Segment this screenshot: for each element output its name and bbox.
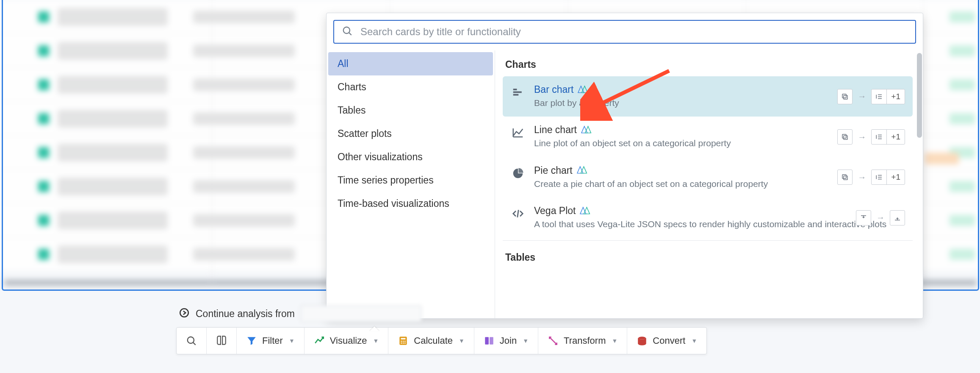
arrow-icon: → <box>858 92 866 101</box>
overlap-icon <box>580 206 591 217</box>
svg-rect-13 <box>844 136 847 139</box>
toolbar-transform-button[interactable]: Transform ▼ <box>538 328 627 354</box>
svg-point-31 <box>180 309 188 317</box>
results-list[interactable]: Charts Bar chart Bar plot by a property <box>495 50 923 318</box>
continue-target-chip[interactable] <box>301 305 422 322</box>
svg-rect-20 <box>842 175 846 178</box>
expand-button[interactable] <box>890 210 905 225</box>
toolbar-calculate-button[interactable]: Calculate ▼ <box>388 328 474 354</box>
overlap-icon <box>578 84 589 95</box>
svg-point-41 <box>404 342 406 344</box>
card-title: Bar chart <box>534 84 573 95</box>
svg-point-46 <box>639 337 646 340</box>
svg-line-33 <box>193 342 195 345</box>
line-chart-icon <box>511 126 525 139</box>
sidebar-item-scatter[interactable]: Scatter plots <box>328 122 493 145</box>
results-scrollbar[interactable] <box>917 53 922 138</box>
svg-rect-19 <box>844 176 847 180</box>
svg-rect-14 <box>842 134 846 138</box>
section-title-tables: Tables <box>503 243 913 269</box>
toolbar-convert-button[interactable]: Convert ▼ <box>627 328 706 354</box>
toolbar-search-button[interactable] <box>177 328 207 354</box>
chevron-down-icon: ▼ <box>691 337 697 344</box>
card-line-chart[interactable]: Line chart Line plot of an object set on… <box>503 117 913 157</box>
card-vega-plot[interactable]: Vega Plot A tool that uses Vega-Lite JSO… <box>503 198 913 238</box>
plus-count: +1 <box>887 92 905 101</box>
duplicate-button[interactable] <box>837 89 853 104</box>
card-desc: A tool that uses Vega-Lite JSON specs to… <box>534 218 904 230</box>
search-icon <box>342 25 353 38</box>
sidebar-item-all[interactable]: All <box>328 52 493 75</box>
collapse-button[interactable] <box>856 210 871 225</box>
sidebar-item-timeseries[interactable]: Time series properties <box>328 169 493 192</box>
toolbar-visualize-button[interactable]: Visualize ▼ <box>305 328 389 354</box>
toolbar-calculate-label: Calculate <box>414 335 453 346</box>
pie-chart-icon <box>511 167 525 180</box>
continue-label: Continue analysis from <box>196 308 295 320</box>
svg-rect-42 <box>485 337 489 344</box>
continue-analysis-row: Continue analysis from <box>176 305 707 322</box>
search-box[interactable] <box>333 20 916 44</box>
svg-point-0 <box>343 27 350 33</box>
card-picker-popup: All Charts Tables Scatter plots Other vi… <box>326 13 923 319</box>
arrow-icon: → <box>858 173 866 182</box>
svg-line-1 <box>349 33 351 35</box>
svg-point-37 <box>403 341 404 342</box>
plus-count: +1 <box>887 132 905 142</box>
analysis-toolbar: Filter ▼ Visualize ▼ Calculate ▼ Join ▼ … <box>176 327 707 354</box>
card-pie-chart[interactable]: Pie chart Create a pie chart of an objec… <box>503 157 913 198</box>
toolbar-filter-button[interactable]: Filter ▼ <box>237 328 305 354</box>
expand-button[interactable]: +1 <box>871 89 905 104</box>
expand-button[interactable]: +1 <box>871 170 905 185</box>
category-sidebar: All Charts Tables Scatter plots Other vi… <box>327 50 495 318</box>
svg-point-40 <box>403 342 404 344</box>
toolbar-library-button[interactable] <box>207 328 237 354</box>
arrow-icon: → <box>858 132 866 142</box>
svg-rect-4 <box>513 89 517 90</box>
svg-rect-35 <box>401 338 406 340</box>
toolbar-join-label: Join <box>500 335 517 346</box>
svg-point-39 <box>401 342 402 344</box>
overlap-icon <box>581 125 592 136</box>
chevron-down-icon: ▼ <box>289 337 295 344</box>
card-bar-chart[interactable]: Bar chart Bar plot by a property → +1 <box>503 76 913 117</box>
card-title: Pie chart <box>534 165 573 176</box>
chevron-down-icon: ▼ <box>373 337 379 344</box>
toolbar-caret <box>369 326 379 331</box>
svg-rect-6 <box>842 94 846 98</box>
svg-point-36 <box>401 341 402 342</box>
overlap-icon <box>577 165 588 176</box>
toolbar-transform-label: Transform <box>564 335 606 346</box>
arrow-icon: → <box>876 213 885 223</box>
card-title: Vega Plot <box>534 205 576 217</box>
sidebar-item-other[interactable]: Other visualizations <box>328 145 493 169</box>
svg-rect-2 <box>513 92 522 93</box>
svg-line-25 <box>518 210 519 217</box>
toolbar-join-button[interactable]: Join ▼ <box>474 328 538 354</box>
svg-line-45 <box>553 341 557 345</box>
sidebar-item-tables[interactable]: Tables <box>328 99 493 122</box>
expand-button[interactable]: +1 <box>871 129 905 145</box>
chevron-down-icon: ▼ <box>523 337 529 344</box>
toolbar-convert-label: Convert <box>653 335 685 346</box>
toolbar-visualize-label: Visualize <box>330 335 367 346</box>
toolbar-filter-label: Filter <box>262 335 283 346</box>
section-title-charts: Charts <box>503 50 913 76</box>
svg-rect-5 <box>844 95 847 99</box>
code-icon <box>511 207 525 220</box>
chevron-down-icon: ▼ <box>612 337 617 344</box>
svg-rect-3 <box>513 94 519 96</box>
search-input[interactable] <box>360 26 908 38</box>
duplicate-button[interactable] <box>837 170 853 185</box>
svg-line-44 <box>549 337 553 341</box>
card-title: Line chart <box>534 124 577 136</box>
plus-count: +1 <box>887 173 905 182</box>
svg-point-32 <box>188 337 194 343</box>
duplicate-button[interactable] <box>837 129 853 145</box>
chevron-down-icon: ▼ <box>459 337 465 344</box>
sidebar-item-charts[interactable]: Charts <box>328 75 493 99</box>
sidebar-item-timebased[interactable]: Time-based visualizations <box>328 192 493 215</box>
continue-icon <box>179 307 190 320</box>
bar-chart-icon <box>511 86 525 99</box>
svg-point-38 <box>404 341 406 342</box>
